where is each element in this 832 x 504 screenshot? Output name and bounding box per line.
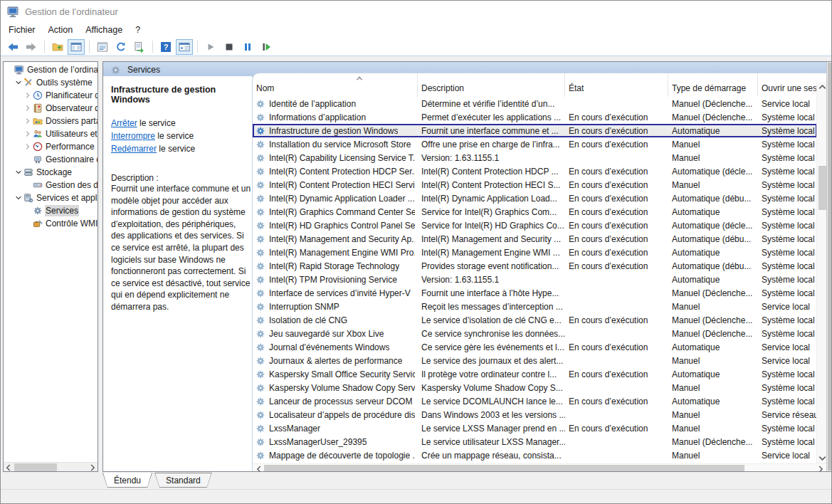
service-row[interactable]: Journal d’événements WindowsCe service g… [253,340,817,354]
show-console-tree-button[interactable] [68,39,85,55]
chevron-right-icon[interactable] [23,117,32,125]
service-row[interactable]: Identité de l’applicationDétermine et vé… [253,97,817,110]
service-row[interactable]: Localisateur d’appels de procédure dis..… [253,408,817,421]
view-tabs: ÉtenduStandard [102,473,214,488]
scrollbar-thumb[interactable] [818,166,826,210]
tree-horizontal-scrollbar[interactable] [4,462,98,471]
service-row[interactable]: Intel(R) Rapid Storage TechnologyProvide… [253,259,817,273]
scroll-left-arrow[interactable] [254,464,264,472]
service-row[interactable]: Intel(R) Capability Licensing Service T.… [253,151,817,164]
scrollbar-thumb[interactable] [828,63,832,471]
service-row[interactable]: Lanceur de processus serveur DCOMLe serv… [253,394,817,408]
pane-vertical-scrollbar[interactable] [826,62,832,471]
scroll-right-arrow[interactable] [88,463,98,472]
service-row[interactable]: Journaux & alertes de performanceLe serv… [253,354,817,367]
menu-item-fichier[interactable]: Fichier [2,23,42,36]
tree-item-observateur-d-v-nements[interactable]: Observateur d’événements [4,102,98,115]
list-horizontal-scrollbar[interactable] [253,463,827,472]
service-row[interactable]: Intel(R) Content Protection HECI Servi..… [253,178,817,191]
service-row[interactable]: Intel(R) HD Graphics Control Panel Ser..… [253,219,817,232]
up-one-level-button[interactable] [49,39,66,55]
service-row[interactable]: Mappage de découverte de topologie ...Cr… [253,448,817,462]
tree-item-gestion-des-disques[interactable]: Gestion des disques [4,179,98,191]
column-header-status[interactable]: État [565,73,668,97]
service-row[interactable]: Intel(R) Dynamic Application Loader ...I… [253,191,817,205]
service-action-link-red-marrer[interactable]: Redémarrer [111,144,157,154]
chevron-right-icon[interactable] [23,91,32,100]
export-list-button[interactable] [131,39,148,55]
tree-item-stockage[interactable]: Stockage [4,166,98,179]
back-button[interactable] [4,39,21,55]
tree-item-services[interactable]: Services [4,204,98,217]
toolbar-separator [89,41,90,53]
tree-item-dossiers-partag-s[interactable]: Dossiers partagés [4,115,98,127]
start-service-button[interactable] [202,39,219,55]
scroll-right-arrow[interactable] [816,464,826,472]
tab-standard[interactable]: Standard [154,473,212,488]
chevron-down-icon[interactable] [14,78,23,87]
service-logon-cell: Système local [758,275,817,285]
refresh-button[interactable] [112,39,130,55]
service-row[interactable]: LxssManagerUser_29395Le service utilisat… [253,435,817,448]
service-action-link-arr-ter[interactable]: Arrêter [111,118,137,128]
service-row[interactable]: Intel(R) Graphics Command Center Se...Se… [253,205,817,219]
column-header-startup[interactable]: Type de démarrage [668,73,758,97]
column-header-name[interactable]: Nom [253,73,418,97]
tree-item-utilisateurs-et-groupes-locaux[interactable]: Utilisateurs et groupes locaux [4,127,98,140]
service-action-line: Arrêter le service [111,118,249,128]
computer-icon [14,65,24,75]
column-header-logon[interactable]: Ouvrir une session [758,73,817,97]
service-row[interactable]: Intel(R) TPM Provisioning ServiceVersion… [253,273,817,286]
service-row[interactable]: Intel(R) Management Engine WMI Pro...Int… [253,246,817,259]
chevron-down-icon[interactable] [14,168,23,177]
service-row[interactable]: Jeu sauvegardé sur Xbox LiveCe service s… [253,327,817,340]
service-row[interactable]: Interface de services d’invité Hyper-VFo… [253,286,817,300]
service-row[interactable]: Informations d’applicationPermet d’exécu… [253,110,817,124]
pause-service-button[interactable] [239,39,256,55]
chevron-down-icon[interactable] [14,194,23,202]
service-row[interactable]: Intel(R) Content Protection HDCP Ser...I… [253,164,817,178]
tab-tendu[interactable]: Étendu [102,473,152,488]
tree-item-performance[interactable]: Performance [4,140,98,153]
chevron-right-icon[interactable] [23,104,32,112]
menu-item-help[interactable]: ? [129,23,147,36]
tree-item-gestion-de-l-ordinateur[interactable]: Gestion de l’ordinateur [4,63,98,76]
service-row[interactable]: Kaspersky Small Office Security Servic..… [253,367,817,381]
scrollbar-thumb[interactable] [14,463,57,471]
service-row[interactable]: Infrastructure de gestion WindowsFournit… [253,124,817,137]
service-row[interactable]: LxssManagerLe service LXSS Manager prend… [253,421,817,435]
service-action-link-interrompre[interactable]: Interrompre [111,131,155,141]
chevron-right-icon[interactable] [23,130,32,138]
service-row[interactable]: Intel(R) Management and Security Ap...In… [253,232,817,246]
menu-item-action[interactable]: Action [42,23,80,36]
tree-item-gestionnaire-de-p-riph-riques[interactable]: Gestionnaire de périphériques [4,153,98,166]
service-row[interactable]: Kaspersky Volume Shadow Copy Servi...Kas… [253,381,817,394]
service-name-cell: Kaspersky Small Office Security Servic..… [253,369,418,379]
service-row[interactable]: Isolation de clé CNGLe service d’isolati… [253,313,817,327]
tree-item-outils-syst-me[interactable]: Outils système [4,76,98,89]
stop-service-button[interactable] [221,39,238,55]
properties-button[interactable] [94,39,111,55]
tree-item-label: Contrôle WMI [46,219,98,229]
scroll-up-arrow[interactable] [817,82,827,93]
scroll-down-arrow[interactable] [817,453,827,463]
description-label: Description : [111,173,249,183]
chevron-right-icon[interactable] [23,142,32,151]
stop-icon [223,41,235,53]
scrollbar-thumb[interactable] [264,465,744,472]
column-header-description[interactable]: Description [418,73,565,97]
help-button[interactable]: ? [157,39,174,55]
menu-item-affichage[interactable]: Affichage [79,23,129,36]
service-row[interactable]: Installation du service Microsoft StoreO… [253,137,817,151]
tree-item-contr-le-wmi[interactable]: Contrôle WMI [4,217,98,230]
scroll-left-arrow[interactable] [4,463,14,472]
restart-service-button[interactable] [258,39,275,55]
forward-button[interactable] [23,39,40,55]
tree-item-services-et-applications[interactable]: Services et applications [4,191,98,204]
service-row[interactable]: Interruption SNMPReçoit les messages d’i… [253,300,817,313]
service-logon-cell: Système local [758,288,817,298]
list-vertical-scrollbar[interactable] [816,82,827,463]
service-logon-cell: Système local [758,424,817,434]
tree-item-planificateur-de-t-ches[interactable]: Planificateur de tâches [4,89,98,102]
extended-view-button[interactable] [176,39,193,55]
